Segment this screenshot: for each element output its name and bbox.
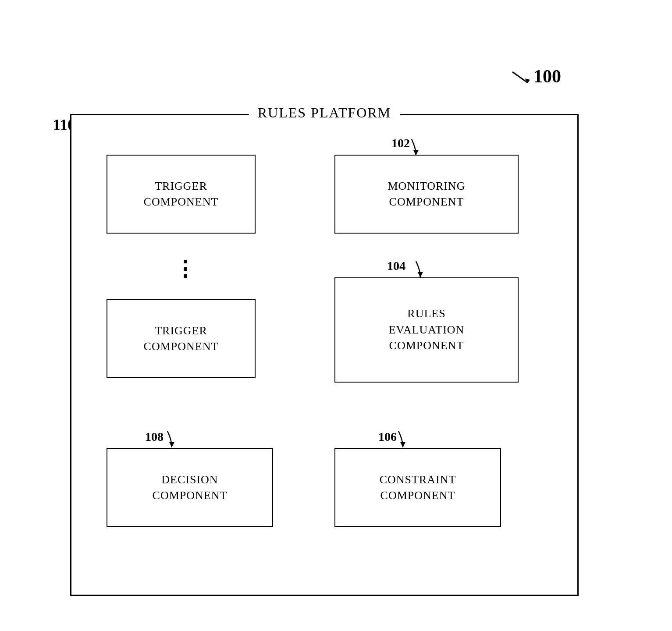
platform-title: RULES PLATFORM: [249, 105, 400, 121]
ref-100: 100: [508, 66, 561, 87]
monitoring-component: MONITORINGCOMPONENT: [334, 155, 519, 234]
trigger-component-1: TRIGGERCOMPONENT: [107, 155, 256, 234]
ellipsis-dots: ⋮: [172, 256, 197, 283]
diagram-container: 100 110 RULES PLATFORM 102 104: [44, 53, 614, 600]
svg-marker-5: [169, 442, 174, 447]
ref-106-label: 106: [378, 430, 397, 444]
ref-108-label: 108: [145, 430, 164, 444]
ref-100-label: 100: [533, 66, 561, 87]
constraint-label: CONSTRAINTCOMPONENT: [380, 472, 456, 504]
svg-marker-3: [418, 272, 423, 277]
rules-eval-label: RULESEVALUATIONCOMPONENT: [389, 306, 465, 354]
decision-component: DECISIONCOMPONENT: [107, 448, 273, 527]
trigger-2-label: TRIGGERCOMPONENT: [144, 323, 219, 355]
rules-evaluation-component: RULESEVALUATIONCOMPONENT: [334, 277, 519, 383]
trigger-component-2: TRIGGERCOMPONENT: [107, 299, 256, 378]
rules-platform-box: RULES PLATFORM 102 104 106 108 TRIGGERCO…: [70, 114, 579, 596]
decision-label: DECISIONCOMPONENT: [153, 472, 228, 504]
ref-102-label: 102: [391, 136, 410, 150]
monitoring-label: MONITORINGCOMPONENT: [388, 178, 465, 210]
svg-marker-4: [400, 442, 405, 447]
trigger-1-label: TRIGGERCOMPONENT: [144, 178, 219, 210]
ref-104-label: 104: [387, 259, 405, 273]
constraint-component: CONSTRAINTCOMPONENT: [334, 448, 501, 527]
